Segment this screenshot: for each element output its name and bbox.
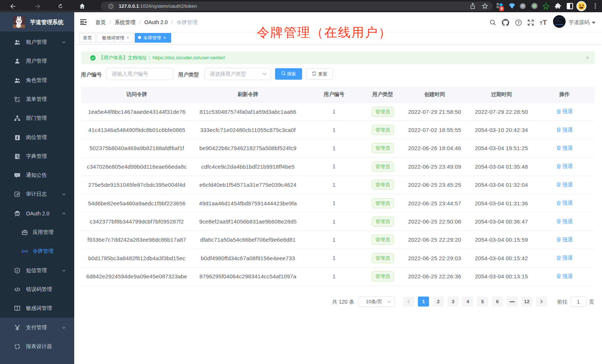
svg-text:?: ?	[517, 21, 520, 25]
svg-text:(a): (a)	[23, 250, 27, 253]
svg-text:⌘: ⌘	[521, 4, 525, 8]
svg-text:9: 9	[501, 7, 503, 11]
